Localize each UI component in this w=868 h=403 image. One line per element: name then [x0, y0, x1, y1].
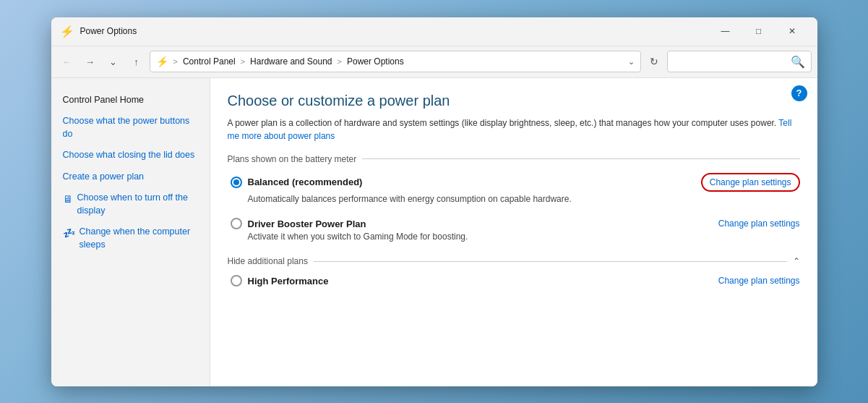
sidebar-create-plan-label: Create a power plan	[63, 171, 145, 184]
plan-desc-driver-booster: Activate it when you switch to Gaming Mo…	[248, 231, 800, 243]
additional-plans-divider	[314, 261, 787, 262]
change-plan-high-performance-link[interactable]: Change plan settings	[718, 276, 800, 286]
change-plan-driver-booster-link[interactable]: Change plan settings	[718, 219, 800, 229]
sidebar-sleep-label: Change when the computer sleeps	[80, 226, 198, 251]
window-icon: ⚡	[60, 24, 74, 38]
change-plan-balanced-link[interactable]: Change plan settings	[701, 173, 800, 192]
sidebar-item-power-buttons[interactable]: Choose what the power buttons do	[51, 111, 210, 145]
radio-high-performance[interactable]	[231, 275, 242, 287]
window-controls: — □ ✕	[709, 20, 809, 43]
refresh-button[interactable]: ↻	[644, 51, 664, 72]
plan-label-row-balanced: Balanced (recommended)	[231, 177, 363, 188]
plan-name-high-performance: High Performance	[248, 276, 329, 287]
plan-item-balanced: Balanced (recommended) Change plan setti…	[228, 173, 800, 205]
maximize-button[interactable]: □	[742, 20, 775, 43]
sidebar-item-turn-off-display[interactable]: 🖥 Choose when to turn off the display	[51, 187, 210, 221]
breadcrumb-power-options[interactable]: Power Options	[347, 56, 404, 67]
section-divider	[362, 158, 799, 159]
page-title: Choose or customize a power plan	[228, 93, 800, 109]
additional-plans-section-header: Hide additional plans ⌃	[228, 256, 800, 266]
address-dropdown-icon[interactable]: ⌄	[628, 57, 635, 67]
close-button[interactable]: ✕	[775, 20, 809, 43]
search-icon: 🔍	[791, 55, 805, 69]
search-input[interactable]	[674, 56, 788, 67]
minimize-button[interactable]: —	[709, 20, 742, 43]
plan-item-high-performance: High Performance Change plan settings	[228, 275, 800, 287]
plan-item-driver-booster: Driver Booster Power Plan Change plan se…	[228, 218, 800, 243]
window-title: Power Options	[80, 26, 709, 36]
battery-meter-section-header: Plans shown on the battery meter	[228, 154, 800, 164]
sidebar-item-create-plan[interactable]: Create a power plan	[51, 166, 210, 188]
battery-meter-label: Plans shown on the battery meter	[228, 154, 357, 164]
address-field[interactable]: ⚡ > Control Panel > Hardware and Sound >…	[150, 51, 641, 72]
sidebar-power-buttons-label: Choose what the power buttons do	[63, 115, 198, 140]
sidebar-lid-label: Choose what closing the lid does	[63, 149, 195, 162]
description-text: A power plan is a collection of hardware…	[228, 118, 777, 128]
forward-button[interactable]: →	[80, 51, 100, 72]
plan-label-row-high-performance: High Performance	[231, 275, 329, 287]
radio-balanced[interactable]	[231, 177, 242, 188]
title-bar: ⚡ Power Options — □ ✕	[51, 17, 817, 46]
address-bar: ← → ⌄ ↑ ⚡ > Control Panel > Hardware and…	[51, 46, 817, 78]
sleep-icon: 💤	[63, 226, 75, 241]
breadcrumb-hardware-sound[interactable]: Hardware and Sound	[250, 56, 332, 67]
breadcrumb-control-panel[interactable]: Control Panel	[183, 56, 236, 67]
plan-row-high-performance: High Performance Change plan settings	[231, 275, 800, 287]
up-button[interactable]: ↑	[126, 51, 147, 72]
plan-name-driver-booster: Driver Booster Power Plan	[248, 219, 366, 229]
sidebar-home[interactable]: Control Panel Home	[51, 90, 210, 111]
radio-driver-booster[interactable]	[231, 218, 242, 229]
dropdown-button[interactable]: ⌄	[103, 51, 124, 72]
plan-row-driver-booster: Driver Booster Power Plan Change plan se…	[231, 218, 800, 229]
plan-label-row-driver-booster: Driver Booster Power Plan	[231, 218, 366, 229]
back-button[interactable]: ←	[57, 51, 77, 72]
sidebar-item-lid[interactable]: Choose what closing the lid does	[51, 145, 210, 166]
sidebar: Control Panel Home Choose what the power…	[51, 78, 210, 386]
page-description: A power plan is a collection of hardware…	[228, 116, 800, 143]
sidebar-item-sleep[interactable]: 💤 Change when the computer sleeps	[51, 221, 210, 255]
main-content: Control Panel Home Choose what the power…	[51, 78, 817, 386]
plan-row-balanced: Balanced (recommended) Change plan setti…	[231, 173, 800, 192]
help-button[interactable]: ?	[791, 85, 807, 101]
address-icon: ⚡	[156, 56, 168, 67]
sidebar-turn-off-display-label: Choose when to turn off the display	[77, 192, 198, 217]
monitor-icon: 🖥	[63, 192, 73, 207]
main-window: ⚡ Power Options — □ ✕ ← → ⌄ ↑ ⚡ > Contro…	[51, 17, 817, 386]
chevron-up-icon[interactable]: ⌃	[793, 256, 800, 266]
plan-name-balanced: Balanced (recommended)	[248, 177, 363, 187]
additional-plans-label: Hide additional plans	[228, 256, 308, 266]
content-area: ? Choose or customize a power plan A pow…	[210, 78, 817, 386]
plan-desc-balanced: Automatically balances performance with …	[248, 193, 800, 205]
search-field: 🔍	[667, 51, 812, 72]
sidebar-home-label: Control Panel Home	[63, 94, 145, 107]
